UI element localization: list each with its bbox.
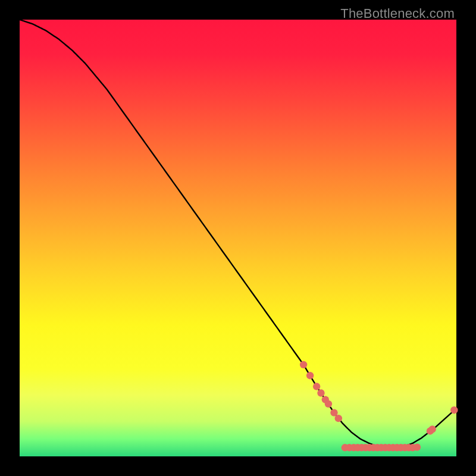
data-marker [313, 383, 320, 390]
data-marker [317, 389, 324, 396]
data-marker [428, 425, 436, 433]
marker-group [300, 361, 458, 452]
data-marker [414, 443, 421, 450]
data-marker [325, 400, 332, 408]
data-marker [335, 415, 342, 422]
data-marker [450, 406, 458, 414]
chart-plot-area [20, 20, 456, 456]
watermark-text: TheBottleneck.com [340, 6, 455, 21]
chart-frame: TheBottleneck.com [0, 0, 476, 476]
data-marker [306, 372, 314, 379]
bottleneck-curve [20, 20, 456, 447]
data-marker [300, 361, 307, 368]
chart-svg [20, 20, 456, 456]
